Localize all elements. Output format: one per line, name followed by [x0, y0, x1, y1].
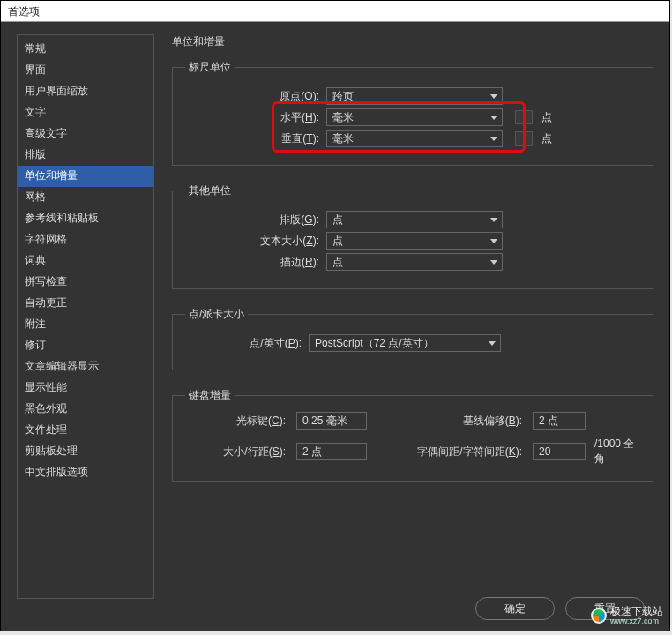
settings-panel: 单位和增量 标尺单位 原点(O): 跨页 水平(H): 毫米 [154, 34, 653, 599]
sidebar-item[interactable]: 参考线和粘贴板 [18, 208, 153, 229]
sidebar-item[interactable]: 网格 [18, 187, 153, 208]
ruler-units-legend: 标尺单位 [185, 60, 235, 75]
point-pica-group: 点/派卡大小 点/英寸(P): PostScript（72 点/英寸） [172, 307, 653, 370]
typeset-label: 排版(G): [185, 213, 326, 228]
ok-button[interactable]: 确定 [475, 597, 555, 620]
sidebar-item[interactable]: 文件处理 [18, 420, 153, 441]
window-title: 首选项 [8, 5, 40, 18]
other-units-group: 其他单位 排版(G): 点 文本大小(Z): 点 [172, 183, 653, 289]
horizontal-select[interactable]: 毫米 [326, 108, 503, 126]
baseline-input[interactable]: 2 点 [533, 412, 586, 430]
chevron-down-icon [489, 92, 498, 101]
sidebar-item[interactable]: 附注 [18, 314, 153, 335]
point-pica-legend: 点/派卡大小 [185, 307, 248, 322]
ppi-select[interactable]: PostScript（72 点/英寸） [309, 334, 501, 352]
sidebar-item[interactable]: 文字 [18, 102, 153, 123]
keyboard-increments-group: 键盘增量 光标键(C): 0.25 毫米 基线偏移(B): 2 点 大小/行距(… [172, 388, 653, 482]
sidebar-item[interactable]: 高级文字 [18, 123, 153, 145]
size-leading-label: 大小/行距(S): [185, 444, 291, 459]
chevron-down-icon [488, 339, 497, 347]
watermark-logo-icon [591, 608, 607, 624]
sidebar-item[interactable]: 拼写检查 [18, 272, 153, 293]
unit-swatch [515, 131, 533, 146]
sidebar-item[interactable]: 自动更正 [18, 293, 153, 314]
kerning-suffix: /1000 全角 [591, 437, 640, 467]
chevron-down-icon [489, 215, 498, 224]
textsize-select[interactable]: 点 [326, 232, 503, 250]
sidebar-item[interactable]: 用户界面缩放 [18, 81, 153, 102]
sidebar-item[interactable]: 字符网格 [18, 229, 153, 250]
category-sidebar: 常规界面用户界面缩放文字高级文字排版单位和增量网格参考线和粘贴板字符网格词典拼写… [17, 34, 154, 599]
ruler-units-group: 标尺单位 原点(O): 跨页 水平(H): 毫米 [172, 60, 653, 166]
baseline-label: 基线偏移(B): [413, 414, 527, 429]
sidebar-item[interactable]: 常规 [18, 39, 153, 60]
vertical-unit-tail: 点 [515, 131, 552, 146]
vertical-label: 垂直(T): [185, 131, 326, 146]
sidebar-item[interactable]: 单位和增量 [18, 166, 153, 187]
typeset-select[interactable]: 点 [326, 211, 503, 228]
sidebar-item[interactable]: 排版 [18, 145, 153, 166]
sidebar-item[interactable]: 修订 [18, 335, 153, 356]
preferences-window: 首选项 常规界面用户界面缩放文字高级文字排版单位和增量网格参考线和粘贴板字符网格… [0, 0, 670, 631]
sidebar-item[interactable]: 黑色外观 [18, 399, 153, 420]
chevron-down-icon [489, 236, 498, 245]
chevron-down-icon [489, 113, 498, 122]
textsize-label: 文本大小(Z): [185, 234, 326, 249]
ppi-label: 点/英寸(P): [185, 336, 309, 351]
horizontal-label: 水平(H): [185, 110, 326, 125]
stroke-select[interactable]: 点 [326, 253, 503, 271]
origin-label: 原点(O): [185, 89, 326, 104]
kerning-input[interactable]: 20 [533, 443, 586, 460]
stroke-label: 描边(R): [185, 255, 326, 270]
origin-select[interactable]: 跨页 [326, 87, 503, 105]
size-leading-input[interactable]: 2 点 [296, 443, 367, 460]
kerning-label: 字偶间距/字符间距(K): [413, 444, 527, 459]
chevron-down-icon [489, 258, 498, 266]
sidebar-item[interactable]: 词典 [18, 250, 153, 272]
sidebar-item[interactable]: 显示性能 [18, 377, 153, 399]
sidebar-item[interactable]: 剪贴板处理 [18, 441, 153, 462]
sidebar-item[interactable]: 中文排版选项 [18, 462, 153, 483]
dialog-body: 常规界面用户界面缩放文字高级文字排版单位和增量网格参考线和粘贴板字符网格词典拼写… [1, 22, 669, 631]
vertical-select[interactable]: 毫米 [326, 130, 503, 147]
keyboard-increments-legend: 键盘增量 [185, 388, 235, 403]
cursor-key-label: 光标键(C): [185, 414, 291, 429]
titlebar: 首选项 [1, 1, 669, 22]
panel-heading: 单位和增量 [172, 34, 653, 49]
watermark: 极速下载站 www.xz7.com [591, 606, 663, 626]
sidebar-item[interactable]: 界面 [18, 60, 153, 81]
sidebar-item[interactable]: 文章编辑器显示 [18, 356, 153, 377]
chevron-down-icon [489, 134, 498, 143]
other-units-legend: 其他单位 [185, 183, 235, 198]
horizontal-unit-tail: 点 [515, 110, 552, 125]
watermark-url: www.xz7.com [610, 617, 663, 626]
cursor-key-input[interactable]: 0.25 毫米 [296, 412, 367, 430]
unit-swatch [515, 110, 533, 124]
